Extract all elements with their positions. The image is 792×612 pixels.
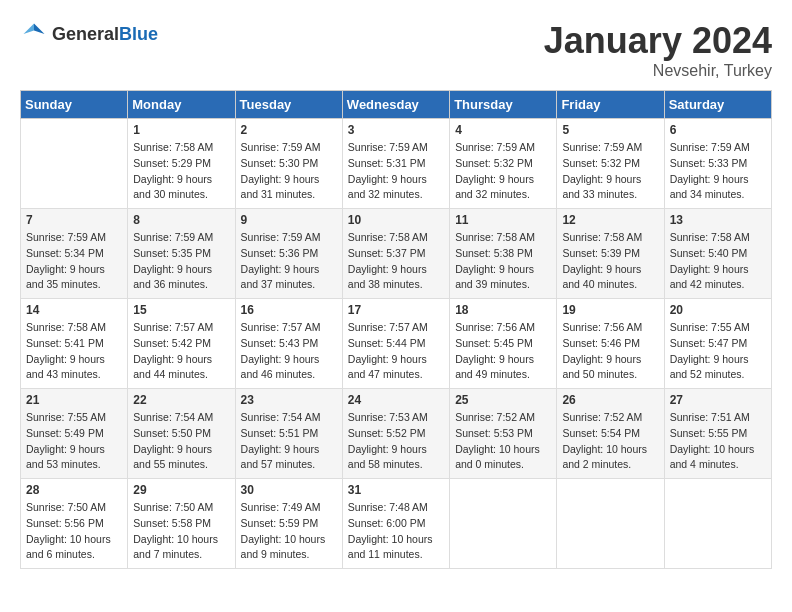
logo-icon xyxy=(20,20,48,48)
day-info: Sunrise: 7:50 AMSunset: 5:58 PMDaylight:… xyxy=(133,500,229,563)
calendar-cell: 30Sunrise: 7:49 AMSunset: 5:59 PMDayligh… xyxy=(235,479,342,569)
day-info: Sunrise: 7:51 AMSunset: 5:55 PMDaylight:… xyxy=(670,410,766,473)
day-number: 26 xyxy=(562,393,658,407)
day-info: Sunrise: 7:52 AMSunset: 5:53 PMDaylight:… xyxy=(455,410,551,473)
calendar-cell: 31Sunrise: 7:48 AMSunset: 6:00 PMDayligh… xyxy=(342,479,449,569)
calendar-cell: 21Sunrise: 7:55 AMSunset: 5:49 PMDayligh… xyxy=(21,389,128,479)
calendar-cell: 11Sunrise: 7:58 AMSunset: 5:38 PMDayligh… xyxy=(450,209,557,299)
page-header: GeneralBlue January 2024 Nevsehir, Turke… xyxy=(20,20,772,80)
day-info: Sunrise: 7:56 AMSunset: 5:46 PMDaylight:… xyxy=(562,320,658,383)
day-number: 31 xyxy=(348,483,444,497)
svg-marker-1 xyxy=(24,24,35,35)
day-info: Sunrise: 7:58 AMSunset: 5:41 PMDaylight:… xyxy=(26,320,122,383)
day-number: 18 xyxy=(455,303,551,317)
day-number: 5 xyxy=(562,123,658,137)
day-number: 12 xyxy=(562,213,658,227)
weekday-header: Sunday xyxy=(21,91,128,119)
weekday-header: Friday xyxy=(557,91,664,119)
day-number: 25 xyxy=(455,393,551,407)
day-info: Sunrise: 7:58 AMSunset: 5:40 PMDaylight:… xyxy=(670,230,766,293)
calendar-cell: 15Sunrise: 7:57 AMSunset: 5:42 PMDayligh… xyxy=(128,299,235,389)
title-area: January 2024 Nevsehir, Turkey xyxy=(544,20,772,80)
day-number: 13 xyxy=(670,213,766,227)
calendar-cell: 18Sunrise: 7:56 AMSunset: 5:45 PMDayligh… xyxy=(450,299,557,389)
day-info: Sunrise: 7:59 AMSunset: 5:31 PMDaylight:… xyxy=(348,140,444,203)
weekday-header: Tuesday xyxy=(235,91,342,119)
calendar-table: SundayMondayTuesdayWednesdayThursdayFrid… xyxy=(20,90,772,569)
logo-general: General xyxy=(52,24,119,44)
month-title: January 2024 xyxy=(544,20,772,62)
day-number: 22 xyxy=(133,393,229,407)
calendar-cell: 6Sunrise: 7:59 AMSunset: 5:33 PMDaylight… xyxy=(664,119,771,209)
calendar-cell: 29Sunrise: 7:50 AMSunset: 5:58 PMDayligh… xyxy=(128,479,235,569)
calendar-cell: 19Sunrise: 7:56 AMSunset: 5:46 PMDayligh… xyxy=(557,299,664,389)
calendar-cell: 25Sunrise: 7:52 AMSunset: 5:53 PMDayligh… xyxy=(450,389,557,479)
calendar-cell: 5Sunrise: 7:59 AMSunset: 5:32 PMDaylight… xyxy=(557,119,664,209)
logo: GeneralBlue xyxy=(20,20,158,48)
calendar-cell: 1Sunrise: 7:58 AMSunset: 5:29 PMDaylight… xyxy=(128,119,235,209)
weekday-header-row: SundayMondayTuesdayWednesdayThursdayFrid… xyxy=(21,91,772,119)
calendar-cell: 27Sunrise: 7:51 AMSunset: 5:55 PMDayligh… xyxy=(664,389,771,479)
day-info: Sunrise: 7:59 AMSunset: 5:32 PMDaylight:… xyxy=(562,140,658,203)
weekday-header: Saturday xyxy=(664,91,771,119)
weekday-header: Thursday xyxy=(450,91,557,119)
day-info: Sunrise: 7:59 AMSunset: 5:32 PMDaylight:… xyxy=(455,140,551,203)
calendar-cell: 13Sunrise: 7:58 AMSunset: 5:40 PMDayligh… xyxy=(664,209,771,299)
calendar-cell xyxy=(21,119,128,209)
day-number: 6 xyxy=(670,123,766,137)
calendar-cell: 9Sunrise: 7:59 AMSunset: 5:36 PMDaylight… xyxy=(235,209,342,299)
calendar-cell: 16Sunrise: 7:57 AMSunset: 5:43 PMDayligh… xyxy=(235,299,342,389)
day-number: 23 xyxy=(241,393,337,407)
day-number: 3 xyxy=(348,123,444,137)
day-info: Sunrise: 7:53 AMSunset: 5:52 PMDaylight:… xyxy=(348,410,444,473)
day-number: 1 xyxy=(133,123,229,137)
day-info: Sunrise: 7:58 AMSunset: 5:39 PMDaylight:… xyxy=(562,230,658,293)
calendar-week-row: 7Sunrise: 7:59 AMSunset: 5:34 PMDaylight… xyxy=(21,209,772,299)
calendar-cell: 22Sunrise: 7:54 AMSunset: 5:50 PMDayligh… xyxy=(128,389,235,479)
calendar-cell: 10Sunrise: 7:58 AMSunset: 5:37 PMDayligh… xyxy=(342,209,449,299)
day-info: Sunrise: 7:55 AMSunset: 5:47 PMDaylight:… xyxy=(670,320,766,383)
day-info: Sunrise: 7:58 AMSunset: 5:37 PMDaylight:… xyxy=(348,230,444,293)
calendar-cell xyxy=(450,479,557,569)
day-info: Sunrise: 7:57 AMSunset: 5:44 PMDaylight:… xyxy=(348,320,444,383)
day-info: Sunrise: 7:54 AMSunset: 5:50 PMDaylight:… xyxy=(133,410,229,473)
calendar-cell: 8Sunrise: 7:59 AMSunset: 5:35 PMDaylight… xyxy=(128,209,235,299)
day-info: Sunrise: 7:59 AMSunset: 5:33 PMDaylight:… xyxy=(670,140,766,203)
day-info: Sunrise: 7:58 AMSunset: 5:29 PMDaylight:… xyxy=(133,140,229,203)
calendar-cell xyxy=(664,479,771,569)
calendar-cell xyxy=(557,479,664,569)
day-info: Sunrise: 7:48 AMSunset: 6:00 PMDaylight:… xyxy=(348,500,444,563)
day-info: Sunrise: 7:56 AMSunset: 5:45 PMDaylight:… xyxy=(455,320,551,383)
day-info: Sunrise: 7:54 AMSunset: 5:51 PMDaylight:… xyxy=(241,410,337,473)
calendar-cell: 3Sunrise: 7:59 AMSunset: 5:31 PMDaylight… xyxy=(342,119,449,209)
day-number: 10 xyxy=(348,213,444,227)
day-info: Sunrise: 7:59 AMSunset: 5:34 PMDaylight:… xyxy=(26,230,122,293)
day-number: 16 xyxy=(241,303,337,317)
calendar-cell: 12Sunrise: 7:58 AMSunset: 5:39 PMDayligh… xyxy=(557,209,664,299)
day-number: 21 xyxy=(26,393,122,407)
day-info: Sunrise: 7:57 AMSunset: 5:42 PMDaylight:… xyxy=(133,320,229,383)
day-info: Sunrise: 7:59 AMSunset: 5:30 PMDaylight:… xyxy=(241,140,337,203)
calendar-cell: 26Sunrise: 7:52 AMSunset: 5:54 PMDayligh… xyxy=(557,389,664,479)
day-number: 11 xyxy=(455,213,551,227)
weekday-header: Monday xyxy=(128,91,235,119)
calendar-week-row: 28Sunrise: 7:50 AMSunset: 5:56 PMDayligh… xyxy=(21,479,772,569)
calendar-cell: 2Sunrise: 7:59 AMSunset: 5:30 PMDaylight… xyxy=(235,119,342,209)
calendar-week-row: 1Sunrise: 7:58 AMSunset: 5:29 PMDaylight… xyxy=(21,119,772,209)
calendar-cell: 14Sunrise: 7:58 AMSunset: 5:41 PMDayligh… xyxy=(21,299,128,389)
day-number: 30 xyxy=(241,483,337,497)
day-number: 14 xyxy=(26,303,122,317)
calendar-cell: 28Sunrise: 7:50 AMSunset: 5:56 PMDayligh… xyxy=(21,479,128,569)
day-info: Sunrise: 7:49 AMSunset: 5:59 PMDaylight:… xyxy=(241,500,337,563)
svg-marker-0 xyxy=(34,24,45,35)
day-number: 9 xyxy=(241,213,337,227)
calendar-week-row: 21Sunrise: 7:55 AMSunset: 5:49 PMDayligh… xyxy=(21,389,772,479)
calendar-week-row: 14Sunrise: 7:58 AMSunset: 5:41 PMDayligh… xyxy=(21,299,772,389)
day-info: Sunrise: 7:59 AMSunset: 5:35 PMDaylight:… xyxy=(133,230,229,293)
day-info: Sunrise: 7:58 AMSunset: 5:38 PMDaylight:… xyxy=(455,230,551,293)
day-number: 17 xyxy=(348,303,444,317)
day-info: Sunrise: 7:59 AMSunset: 5:36 PMDaylight:… xyxy=(241,230,337,293)
day-number: 15 xyxy=(133,303,229,317)
location-title: Nevsehir, Turkey xyxy=(544,62,772,80)
day-number: 24 xyxy=(348,393,444,407)
